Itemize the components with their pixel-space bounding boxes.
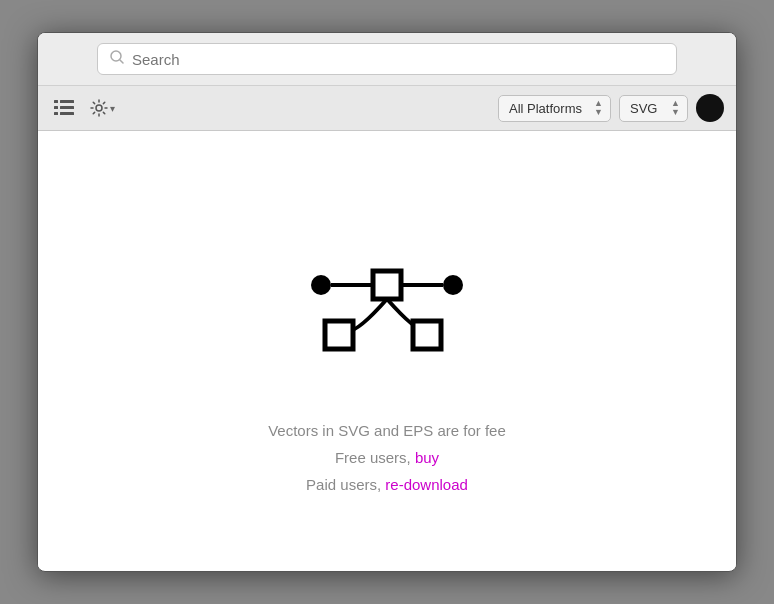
chevron-down-icon: ▾ — [110, 103, 115, 114]
svg-rect-7 — [60, 112, 74, 115]
buy-link[interactable]: buy — [415, 449, 439, 466]
redownload-link[interactable]: re-download — [385, 476, 468, 493]
svg-line-1 — [120, 60, 123, 63]
toolbar: ▾ All Platforms iOS Android Windows macO… — [38, 86, 736, 131]
svg-rect-5 — [60, 106, 74, 109]
info-line-3: Paid users, re-download — [268, 471, 506, 498]
avatar[interactable] — [696, 94, 724, 122]
svg-point-11 — [443, 275, 463, 295]
info-line-3-prefix: Paid users, — [306, 476, 385, 493]
info-line-1: Vectors in SVG and EPS are for fee — [268, 417, 506, 444]
platforms-select-wrapper[interactable]: All Platforms iOS Android Windows macOS … — [498, 95, 611, 122]
settings-button[interactable]: ▾ — [86, 95, 119, 121]
info-line-2-prefix: Free users, — [335, 449, 415, 466]
list-view-button[interactable] — [50, 96, 78, 120]
main-window: ▾ All Platforms iOS Android Windows macO… — [37, 32, 737, 572]
svg-point-10 — [311, 275, 331, 295]
search-bar — [38, 33, 736, 86]
toolbar-right: All Platforms iOS Android Windows macOS … — [498, 94, 724, 122]
vector-illustration — [277, 203, 497, 387]
svg-rect-3 — [60, 100, 74, 103]
svg-rect-4 — [54, 106, 58, 109]
search-input[interactable] — [132, 51, 664, 68]
info-text-block: Vectors in SVG and EPS are for fee Free … — [268, 417, 506, 498]
svg-rect-6 — [54, 112, 58, 115]
toolbar-left: ▾ — [50, 95, 490, 121]
format-select-wrapper[interactable]: SVG PNG EPS ICO ▲▼ — [619, 95, 688, 122]
search-input-wrapper[interactable] — [97, 43, 677, 75]
main-content: Vectors in SVG and EPS are for fee Free … — [38, 131, 736, 569]
format-select[interactable]: SVG PNG EPS ICO — [619, 95, 688, 122]
search-icon — [110, 50, 124, 68]
svg-rect-9 — [373, 271, 401, 299]
platforms-select[interactable]: All Platforms iOS Android Windows macOS — [498, 95, 611, 122]
svg-rect-2 — [54, 100, 58, 103]
svg-point-8 — [96, 105, 102, 111]
svg-rect-14 — [325, 321, 353, 349]
info-line-2: Free users, buy — [268, 444, 506, 471]
svg-rect-15 — [413, 321, 441, 349]
